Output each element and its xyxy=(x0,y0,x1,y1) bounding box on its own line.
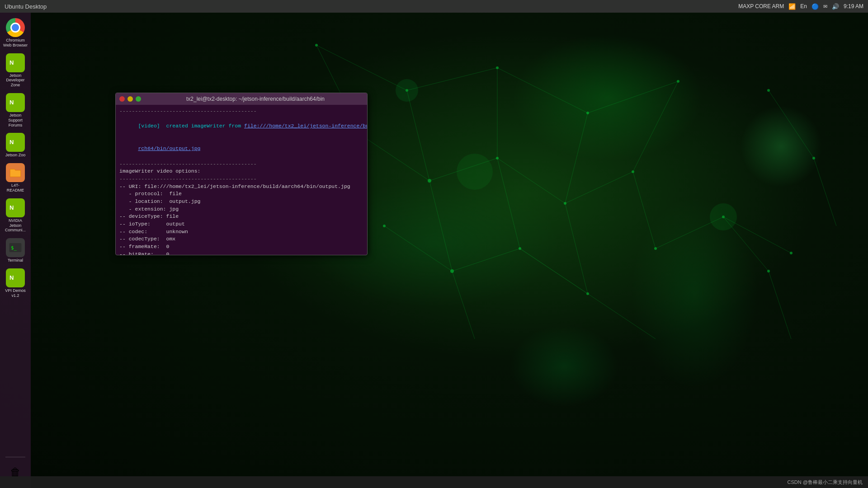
svg-point-43 xyxy=(654,247,657,250)
dock-item-chromium[interactable]: ChromiumWeb Browser xyxy=(2,16,28,50)
terminal-line: - extension: jpg xyxy=(119,206,363,213)
taskbar-left: Ubuntu Desktop xyxy=(5,3,47,10)
dock-item-vpi-demos[interactable]: N VPI Demosv1.2 xyxy=(2,267,28,300)
statusbar-bottom: CSDN @鲁棒最小二乘支持向量机 xyxy=(0,476,868,488)
bluetooth-icon: 🔵 xyxy=(811,3,819,10)
chromium-icon xyxy=(6,18,25,37)
svg-line-22 xyxy=(588,294,656,339)
svg-point-51 xyxy=(396,79,418,102)
l4t-readme-icon xyxy=(6,163,25,182)
svg-line-1 xyxy=(407,68,497,90)
svg-text:$_: $_ xyxy=(11,245,17,251)
terminal-line: - location: output.jpg xyxy=(119,198,363,206)
svg-point-38 xyxy=(632,170,634,173)
terminal-body[interactable]: ----------------------------------------… xyxy=(116,105,367,255)
terminal-line: ----------------------------------------… xyxy=(119,160,363,168)
vpi-demos-label: VPI Demosv1.2 xyxy=(5,288,26,298)
svg-line-19 xyxy=(633,172,656,249)
svg-point-35 xyxy=(428,179,431,183)
jetson-developer-zone-icon: N xyxy=(6,53,25,72)
terminal-line: -- URI: file:///home/tx2_lei/jetson-infe… xyxy=(119,183,363,191)
svg-point-46 xyxy=(767,89,770,92)
wifi-icon[interactable]: 📶 xyxy=(788,3,796,10)
chromium-label: ChromiumWeb Browser xyxy=(3,38,28,48)
volume-icon[interactable]: 🔊 xyxy=(832,3,839,10)
svg-line-13 xyxy=(384,226,452,271)
terminal-line: -- deviceType: file xyxy=(119,213,363,221)
dock-item-jetson-developer-zone[interactable]: N JetsonDeveloperZone xyxy=(2,52,28,89)
terminal-line: -- codecType: omx xyxy=(119,235,363,243)
jetson-zoo-icon: N xyxy=(6,133,25,152)
svg-line-16 xyxy=(429,181,452,271)
terminal-line: rch64/bin/output.jpg xyxy=(119,138,363,160)
nvidia-jetson-communi-icon: N xyxy=(6,198,25,217)
svg-point-47 xyxy=(812,157,815,160)
jetson-zoo-label: Jetson Zoo xyxy=(5,153,26,158)
jetson-support-forums-label: JetsonSupportForums xyxy=(8,113,23,127)
svg-point-39 xyxy=(383,225,386,227)
svg-line-3 xyxy=(588,81,678,113)
terminal-label: Terminal xyxy=(8,258,23,263)
terminal-line: - protocol: file xyxy=(119,190,363,198)
dock-item-l4t-readme[interactable]: L4T-README xyxy=(2,161,28,195)
svg-line-24 xyxy=(452,271,475,339)
svg-line-26 xyxy=(814,158,836,226)
window-maximize-button[interactable] xyxy=(136,96,141,102)
svg-point-50 xyxy=(710,203,737,230)
terminal-line: [video] created imageWriter from file://… xyxy=(119,115,363,138)
svg-point-31 xyxy=(496,66,499,69)
dock-item-nvidia-jetson-communi[interactable]: N NVIDIAJetsonCommuni... xyxy=(2,197,28,235)
svg-text:N: N xyxy=(9,204,14,211)
svg-line-18 xyxy=(497,158,520,249)
statusbar-text: CSDN @鲁棒最小二乘支持向量机 xyxy=(788,479,863,486)
svg-line-14 xyxy=(452,249,520,271)
svg-line-0 xyxy=(316,45,407,90)
svg-line-25 xyxy=(769,90,814,158)
terminal-window: tx2_lei@tx2-desktop: ~/jetson-inference/… xyxy=(115,93,368,255)
terminal-titlebar[interactable]: tx2_lei@tx2-desktop: ~/jetson-inference/… xyxy=(116,93,367,105)
dock-item-jetson-zoo[interactable]: N Jetson Zoo xyxy=(2,131,28,160)
window-close-button[interactable] xyxy=(119,96,125,102)
clock: 9:19 AM xyxy=(844,3,863,9)
svg-line-7 xyxy=(565,172,633,203)
terminal-icon: $_ xyxy=(6,238,25,257)
nvidia-jetson-communi-label: NVIDIAJetsonCommuni... xyxy=(5,218,26,233)
svg-point-44 xyxy=(722,216,725,218)
svg-line-4 xyxy=(362,136,429,181)
svg-line-8 xyxy=(407,90,429,181)
terminal-title: tx2_lei@tx2-desktop: ~/jetson-inference/… xyxy=(147,96,363,102)
terminal-line: ----------------------------------------… xyxy=(119,175,363,183)
svg-point-40 xyxy=(450,269,454,273)
window-minimize-button[interactable] xyxy=(127,96,133,102)
desktop-label: Ubuntu Desktop xyxy=(5,3,47,10)
svg-line-23 xyxy=(520,249,588,294)
svg-point-29 xyxy=(315,44,318,47)
dock-item-terminal[interactable]: $_ Terminal xyxy=(2,236,28,265)
l4t-readme-label: L4T-README xyxy=(7,183,24,193)
taskbar-right: MAXP CORE ARM 📶 En 🔵 ✉ 🔊 9:19 AM xyxy=(738,3,863,10)
svg-point-45 xyxy=(790,252,793,254)
input-lang[interactable]: En xyxy=(800,3,807,9)
terminal-line: -- codec: unknown xyxy=(119,228,363,236)
dock-item-jetson-support-forums[interactable]: N JetsonSupportForums xyxy=(2,91,28,129)
terminal-line: ----------------------------------------… xyxy=(119,108,363,115)
svg-line-2 xyxy=(497,68,588,113)
svg-line-10 xyxy=(565,113,588,203)
jetson-developer-zone-label: JetsonDeveloperZone xyxy=(6,73,24,88)
svg-point-42 xyxy=(586,292,589,295)
svg-text:N: N xyxy=(9,274,14,281)
svg-line-17 xyxy=(565,203,588,294)
jetson-support-forums-icon: N xyxy=(6,93,25,112)
terminal-line: -- bitRate: 0 xyxy=(119,251,363,255)
nvidia-label: MAXP CORE ARM xyxy=(738,3,784,9)
svg-text:N: N xyxy=(9,59,14,66)
terminal-line: -- ioType: output xyxy=(119,221,363,228)
svg-point-33 xyxy=(677,80,679,83)
svg-point-32 xyxy=(586,112,589,114)
svg-line-15 xyxy=(520,249,588,294)
terminal-line: -- frameRate: 0 xyxy=(119,243,363,251)
dock: ChromiumWeb Browser N JetsonDeveloperZon… xyxy=(0,13,31,488)
svg-point-41 xyxy=(519,247,521,250)
svg-point-37 xyxy=(564,202,566,205)
terminal-line: imageWriter video options: xyxy=(119,168,363,175)
